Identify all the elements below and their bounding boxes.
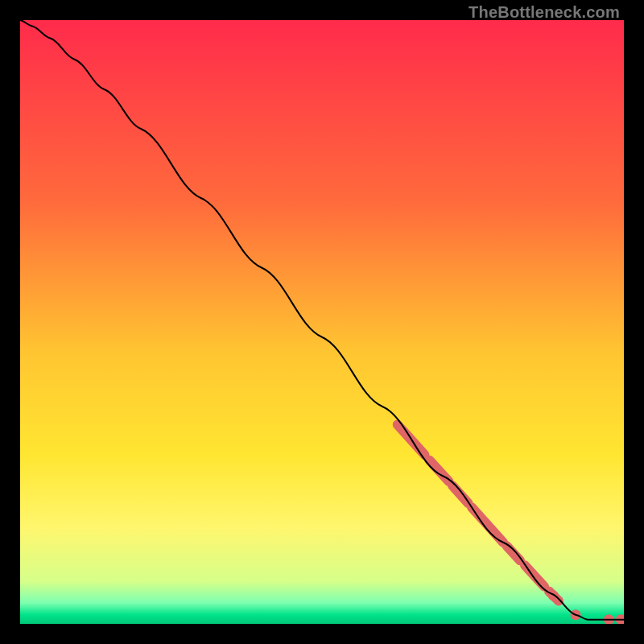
watermark-text: TheBottleneck.com [469,3,620,22]
chart-container [20,20,624,624]
gradient-background [20,20,624,624]
bottleneck-curve-chart [20,20,624,624]
data-point [548,590,559,601]
